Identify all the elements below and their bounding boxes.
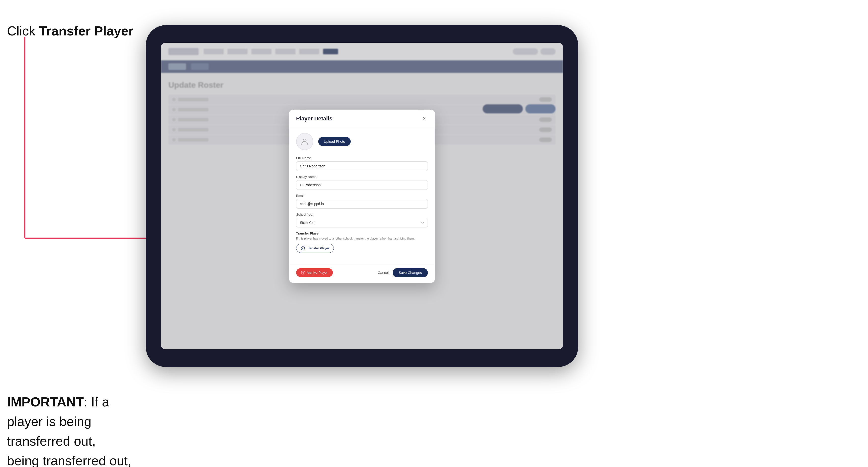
tablet-screen: Update Roster [161,43,563,349]
transfer-icon [301,246,305,250]
school-year-label: School Year [296,213,428,216]
important-label: IMPORTANT [7,395,84,409]
photo-upload-row: Upload Photo [296,133,428,150]
display-name-label: Display Name [296,175,428,179]
email-label: Email [296,194,428,197]
display-name-input[interactable] [296,180,428,190]
modal-title: Player Details [296,115,332,122]
email-input[interactable] [296,199,428,209]
modal-header: Player Details × [289,110,435,127]
display-name-group: Display Name [296,175,428,190]
cancel-button[interactable]: Cancel [378,271,389,275]
full-name-input[interactable] [296,161,428,171]
transfer-section-title: Transfer Player [296,231,428,235]
transfer-section: Transfer Player If this player has moved… [296,231,428,253]
save-changes-button[interactable]: Save Changes [393,268,428,277]
transfer-player-button[interactable]: Transfer Player [296,244,334,253]
school-year-group: School Year Sixth Year [296,213,428,227]
modal-overlay: Player Details × Upload Photo [161,43,563,349]
archive-button-label: Archive Player [307,271,328,275]
modal-footer: Archive Player Cancel Save Changes [289,264,435,283]
transfer-description: If this player has moved to another scho… [296,236,428,241]
annotation-arrow [12,37,160,256]
school-year-select[interactable]: Sixth Year [296,218,428,227]
full-name-label: Full Name [296,156,428,160]
tablet-device: Update Roster [146,25,578,367]
svg-rect-5 [301,271,304,272]
modal-close-button[interactable]: × [421,115,428,122]
archive-player-button[interactable]: Archive Player [296,268,333,277]
avatar-placeholder [296,133,313,150]
instruction-bottom: IMPORTANT: If a player is being transfer… [7,392,148,467]
email-group: Email [296,194,428,209]
upload-photo-button[interactable]: Upload Photo [318,137,351,146]
person-icon [301,137,309,146]
footer-right-buttons: Cancel Save Changes [378,268,428,277]
archive-icon [301,271,305,275]
modal-body: Upload Photo Full Name Display Name [289,127,435,264]
instruction-top: Click Transfer Player [7,23,133,40]
instruction-prefix: Click [7,24,39,38]
full-name-group: Full Name [296,156,428,171]
transfer-button-label: Transfer Player [307,246,329,250]
player-details-modal: Player Details × Upload Photo [289,110,435,283]
instruction-bold: Transfer Player [39,24,133,38]
